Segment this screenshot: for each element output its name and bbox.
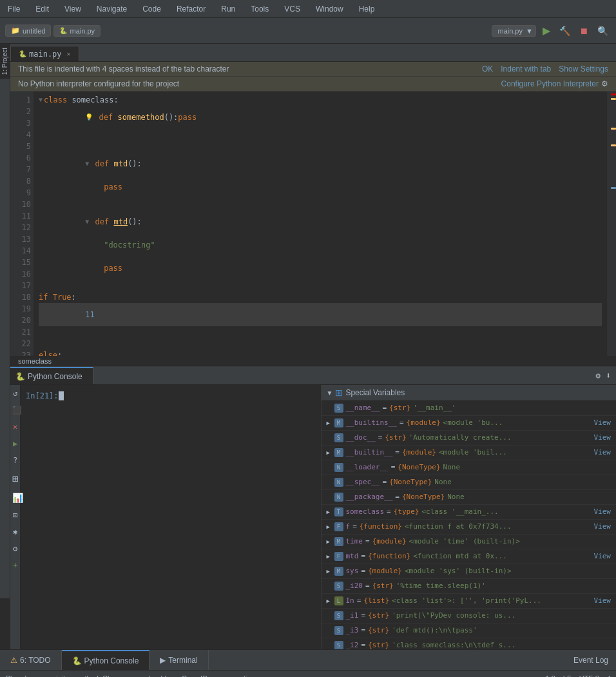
terminal-tab[interactable]: ▶ Terminal — [149, 650, 208, 670]
show-settings-link[interactable]: Show Settings — [559, 64, 608, 74]
variable-i3[interactable]: S _i3 = {str} 'def mtd():\n\tpass' — [322, 623, 617, 638]
line-separator[interactable]: LF — [563, 674, 572, 678]
python-console-bottom-tab[interactable]: 🐍 Python Console — [62, 650, 150, 670]
cursor-position[interactable]: 1:8 — [546, 674, 555, 678]
config-text: main.py — [497, 27, 523, 35]
console-area: ↺ ⬛ ✕ ▶ ? ⊞ 📊 ⊡ ✱ ⚙ + In[21]: ▼ ⊞ Specia… — [10, 385, 616, 649]
var-expand-mtd-icon[interactable]: ▶ — [327, 551, 334, 562]
var-expand-sys-icon[interactable]: ▶ — [327, 565, 334, 577]
console-history-btn[interactable]: ⊞ — [11, 471, 20, 486]
variables-icon: ⊞ — [335, 388, 343, 398]
variable-sys[interactable]: ▶ M sys = {module} <module 'sys' (built-… — [322, 564, 617, 579]
tab-close-icon[interactable]: ✕ — [67, 50, 71, 57]
menu-edit[interactable]: Edit — [33, 3, 52, 15]
console-prompt: In[21]: — [26, 390, 59, 402]
menu-vcs[interactable]: VCS — [282, 3, 303, 15]
variable-name[interactable]: S __name__ = {str} '__main__' — [322, 401, 617, 416]
console-clear-btn[interactable]: ✕ — [11, 421, 20, 433]
run-button[interactable]: ▶ — [540, 22, 553, 39]
console-cursor[interactable] — [59, 391, 64, 400]
project-button[interactable]: 📁 untitled — [5, 25, 51, 37]
indent-ok-link[interactable]: OK — [482, 64, 493, 74]
variable-loader[interactable]: N __loader__ = {NoneType} None — [322, 460, 617, 475]
menu-window[interactable]: Window — [313, 3, 346, 15]
variable-i2[interactable]: S _i2 = {str} 'class someclass:\n\tdef s… — [322, 638, 617, 649]
indent-notification-text: This file is indented with 4 spaces inst… — [18, 64, 229, 74]
var-expand-i20-icon — [327, 580, 334, 592]
fold-icon-5[interactable]: ▼ — [85, 158, 89, 170]
menu-refactor[interactable]: Refactor — [174, 3, 208, 15]
variable-in[interactable]: ▶ L In = {list} <class 'list'>: ['', 'pr… — [322, 594, 617, 609]
gutter-warn-mark-2 — [611, 128, 616, 130]
var-expand-i3-icon — [327, 625, 334, 636]
run-config-dropdown[interactable]: main.py ▼ — [492, 25, 536, 37]
menu-view[interactable]: View — [62, 3, 84, 15]
variable-builtin[interactable]: ▶ M __builtin__ = {module} <module 'buil… — [322, 446, 617, 460]
var-expand-f-icon[interactable]: ▶ — [327, 521, 334, 533]
python-console-tab[interactable]: 🐍 Python Console — [5, 367, 93, 384]
code-line-3 — [39, 129, 602, 141]
variable-doc[interactable]: S __doc__ = {str} 'Automatically create.… — [322, 431, 617, 446]
var-expand-in-icon[interactable]: ▶ — [327, 595, 334, 607]
console-add-btn[interactable]: + — [11, 560, 20, 571]
python-icon: 🐍 — [19, 50, 26, 57]
sidebar-tab-project[interactable]: 1: Project — [0, 44, 10, 79]
indent-with-tab-link[interactable]: Indent with tab — [501, 64, 551, 74]
console-stop-btn[interactable]: ⬛ — [11, 404, 20, 416]
configure-python-link[interactable]: Configure Python Interpreter — [501, 79, 599, 88]
indent-spaces[interactable]: 4 — [607, 674, 611, 678]
event-log-btn[interactable]: Event Log — [566, 656, 616, 665]
var-expand-someclass-icon[interactable]: ▶ — [327, 506, 334, 518]
toolbar: 📁 untitled 🐍 main.py main.py ▼ ▶ 🔨 ⏹ 🔍 — [0, 18, 616, 44]
variable-f[interactable]: ▶ F f = {function} <function f at 0x7f73… — [322, 520, 617, 535]
variable-package[interactable]: N __package__ = {NoneType} None — [322, 490, 617, 505]
encoding[interactable]: UTF-8 — [579, 674, 599, 678]
var-expand-builtin-icon[interactable]: ▶ — [327, 447, 334, 458]
file-button[interactable]: 🐍 main.py — [53, 25, 101, 37]
menu-file[interactable]: File — [5, 3, 23, 15]
console-chart-btn[interactable]: 📊 — [11, 491, 20, 504]
python-interpreter-notification: No Python interpreter configured for the… — [0, 77, 616, 92]
python-console-icon: 🐍 — [15, 372, 25, 381]
console-rerun-btn[interactable]: ↺ — [11, 388, 20, 399]
gutter-error-mark — [611, 93, 616, 95]
code-text-area[interactable]: ▼class someclass: 💡 def somemethod():pas… — [34, 92, 607, 356]
variable-i20[interactable]: S _i20 = {str} '%time time.sleep(1)' — [322, 579, 617, 594]
console-debug-btn[interactable]: ▶ — [11, 438, 20, 449]
file-tab-main-py[interactable]: 🐍 main.py ✕ — [10, 46, 79, 61]
console-settings-icon[interactable]: ⚙ — [595, 371, 601, 380]
variable-builtins[interactable]: ▶ M __builtins__ = {module} <module 'bu.… — [322, 416, 617, 431]
status-right-area: 1:8 LF UTF-8 4 — [546, 674, 611, 678]
bulb-icon-2[interactable]: 💡 — [85, 112, 93, 123]
menu-help[interactable]: Help — [356, 3, 378, 15]
console-table-btn[interactable]: ⊡ — [11, 509, 20, 521]
terminal-icon: ▶ — [160, 656, 166, 665]
console-settings-side-btn[interactable]: ⚙ — [11, 543, 20, 554]
console-help-btn[interactable]: ? — [11, 455, 20, 466]
menu-tools[interactable]: Tools — [248, 3, 271, 15]
variable-time[interactable]: ▶ M time = {module} <module 'time' (buil… — [322, 535, 617, 549]
menu-run[interactable]: Run — [218, 3, 238, 15]
variable-mtd[interactable]: ▶ F mtd = {function} <function mtd at 0x… — [322, 549, 617, 564]
variables-collapse-btn[interactable]: ▼ — [327, 389, 333, 397]
build-button[interactable]: 🔨 — [557, 23, 573, 39]
search-button[interactable]: 🔍 — [595, 23, 611, 39]
fold-icon-8[interactable]: ▼ — [85, 216, 89, 228]
console-expand-btn[interactable]: ✱ — [11, 526, 20, 538]
variable-spec[interactable]: N __spec__ = {NoneType} None — [322, 475, 617, 490]
menu-navigate[interactable]: Navigate — [94, 3, 130, 15]
console-toolbar: ↺ ⬛ ✕ ▶ ? ⊞ 📊 ⊡ ✱ ⚙ + — [10, 385, 21, 649]
variable-someclass[interactable]: ▶ T someclass = {type} <class '__main_..… — [322, 505, 617, 520]
todo-tab[interactable]: ⚠ 6: TODO — [0, 650, 62, 670]
stop-button[interactable]: ⏹ — [577, 23, 591, 39]
var-expand-builtins-icon[interactable]: ▶ — [327, 417, 334, 429]
python-console-bottom-icon: 🐍 — [72, 656, 82, 665]
todo-icon: ⚠ — [10, 656, 17, 665]
var-expand-time-icon[interactable]: ▶ — [327, 536, 334, 547]
menu-code[interactable]: Code — [140, 3, 164, 15]
configure-gear-icon[interactable]: ⚙ — [601, 79, 608, 88]
console-download-icon[interactable]: ⬇ — [606, 371, 611, 380]
variable-i1[interactable]: S _i1 = {str} 'print(\"PyDev console: us… — [322, 609, 617, 623]
editor-scroll-gutter[interactable] — [607, 92, 616, 356]
fold-icon-1[interactable]: ▼ — [39, 94, 43, 106]
